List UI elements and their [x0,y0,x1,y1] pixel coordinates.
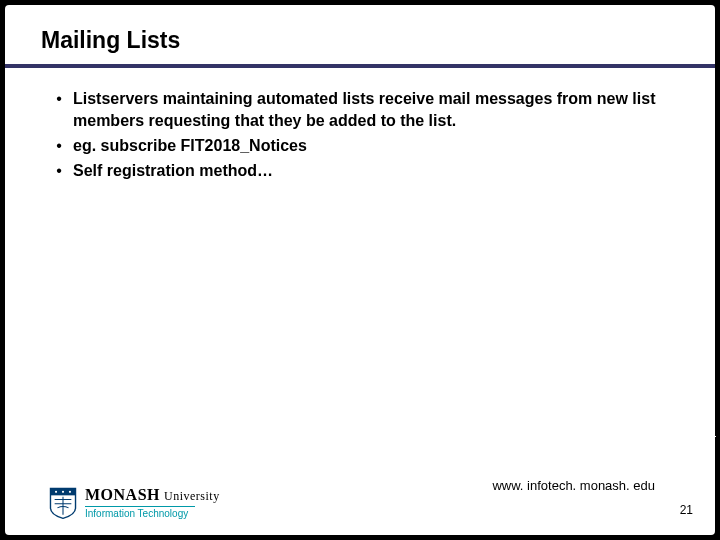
bullet-item: • Self registration method… [45,160,685,182]
bullet-text: Listservers maintaining automated lists … [73,88,685,132]
brand-sub-word: University [164,489,220,504]
shield-icon [49,487,77,519]
logo: MONASH University Information Technology [49,486,220,519]
footer: MONASH University Information Technology… [5,459,715,525]
bullet-marker: • [45,88,73,132]
brand-department: Information Technology [85,508,220,519]
svg-point-1 [62,490,64,492]
brand-accent-line [85,506,195,507]
svg-point-0 [55,490,57,492]
bullet-marker: • [45,135,73,157]
footer-url: www. infotech. monash. edu [492,478,655,493]
bullet-text: eg. subscribe FIT2018_Notices [73,135,685,157]
brand-text: MONASH University Information Technology [85,486,220,519]
slide-title: Mailing Lists [5,5,715,64]
bullet-text: Self registration method… [73,160,685,182]
svg-point-2 [69,490,71,492]
content-area: • Listservers maintaining automated list… [5,68,715,182]
bullet-item: • eg. subscribe FIT2018_Notices [45,135,685,157]
page-number: 21 [680,503,693,517]
brand-main-word: MONASH [85,486,160,504]
brand-name: MONASH University [85,486,220,504]
bullet-item: • Listservers maintaining automated list… [45,88,685,132]
slide: Mailing Lists • Listservers maintaining … [5,5,715,535]
bullet-marker: • [45,160,73,182]
